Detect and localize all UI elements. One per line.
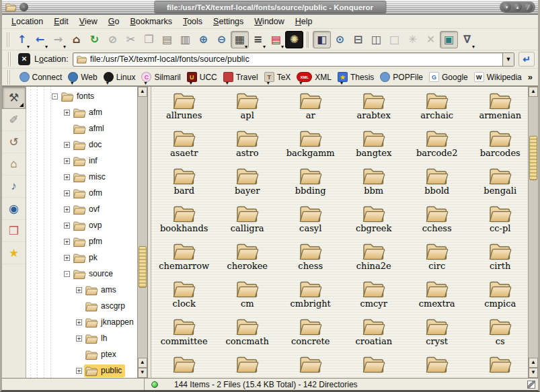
toolbar-grip[interactable] xyxy=(8,52,11,67)
scroll-up-button[interactable]: ▲ xyxy=(138,358,147,368)
print-button[interactable]: ▥ ▾ xyxy=(176,31,194,48)
bookmark-linux[interactable]: Linux ▾ xyxy=(104,72,136,82)
menu-item[interactable]: Tools xyxy=(178,15,208,28)
home-directory-button[interactable]: ⌂ xyxy=(2,153,26,175)
folder-item[interactable]: committee xyxy=(153,315,216,353)
scrollbar-thumb[interactable] xyxy=(139,246,147,288)
up-button[interactable]: ↑ ▾ xyxy=(13,31,31,48)
bookmark-wikipedia[interactable]: W Wikipedia ▾ xyxy=(474,72,522,82)
tree-item-pk[interactable]: + pk xyxy=(26,249,137,266)
folder-item[interactable]: bayer xyxy=(216,165,279,202)
tree-item-pfm[interactable]: + pfm xyxy=(26,233,137,249)
expander-toggle[interactable]: + xyxy=(76,336,82,342)
location-dropdown-button[interactable]: ▼ xyxy=(502,53,514,66)
folder-item[interactable]: barcodes xyxy=(469,127,528,165)
menu-item[interactable]: Go xyxy=(103,15,125,28)
folder-item[interactable]: cs xyxy=(469,315,528,353)
scroll-up-button[interactable]: ▲ xyxy=(138,87,147,97)
bookmark-popfile[interactable]: POPFile ▾ xyxy=(380,72,423,82)
folder-item[interactable]: cmcyr xyxy=(342,278,406,315)
scroll-up-button[interactable]: ▲ xyxy=(529,358,538,368)
scrollbar-track[interactable] xyxy=(138,97,147,358)
tree-item-misc[interactable]: + misc xyxy=(26,169,137,185)
preview-button[interactable]: ▣ ▾ xyxy=(440,31,458,48)
folder-item[interactable]: archaic xyxy=(406,89,469,127)
menu-item[interactable]: Window xyxy=(249,15,289,28)
pin-button[interactable]: ◦ xyxy=(20,3,28,11)
folder-item[interactable]: bard xyxy=(153,165,216,202)
folder-item[interactable]: cmpica xyxy=(469,278,528,315)
menu-item[interactable]: Bookmarks xyxy=(124,15,178,28)
folder-item[interactable]: astro xyxy=(216,127,279,165)
tree-item-lh[interactable]: + lh xyxy=(26,330,137,346)
tree-item-source[interactable]: - source xyxy=(26,266,137,282)
folder-item[interactable]: allrunes xyxy=(153,89,216,127)
clear-location-button[interactable]: ✕ xyxy=(18,53,30,65)
tree-item-ascgrp[interactable]: ascgrp xyxy=(26,298,137,314)
icon-view-button[interactable]: ▦ ▾ xyxy=(231,31,249,48)
remove-active-view-button[interactable]: □ ▾ xyxy=(385,31,403,48)
folder-item[interactable] xyxy=(279,353,342,378)
folder-item[interactable]: casyl xyxy=(279,202,342,240)
zoom-in-button[interactable]: ⊕ ▾ xyxy=(194,31,213,48)
scroll-up-button[interactable]: ▲ xyxy=(529,87,538,97)
folder-item[interactable]: arabtex xyxy=(342,89,406,127)
bookmark-silmaril[interactable]: C Silmaril ▾ xyxy=(141,72,180,82)
tree-item-ams[interactable]: + ams xyxy=(26,282,137,298)
folder-item[interactable]: concmath xyxy=(216,315,279,353)
expander-toggle[interactable]: + xyxy=(64,255,70,261)
go-button[interactable]: ↵ xyxy=(518,52,535,67)
bookmark-xml[interactable]: XML XML ▾ xyxy=(297,72,332,82)
expander-toggle[interactable]: + xyxy=(64,174,70,180)
bookmarks-overflow-button[interactable]: » xyxy=(528,72,535,82)
folder-item[interactable] xyxy=(469,353,528,378)
menu-item[interactable]: View xyxy=(74,15,103,28)
home-button[interactable]: ⌂ ▾ xyxy=(67,31,85,48)
tree-item-jknappen[interactable]: + jknappen xyxy=(26,314,137,330)
folder-item[interactable]: croatian xyxy=(342,315,406,353)
folder-item[interactable]: backgamm xyxy=(279,127,342,165)
expander-toggle[interactable]: + xyxy=(64,158,70,164)
tree-item-ovf[interactable]: + ovf xyxy=(26,201,137,217)
folder-item[interactable]: barcode2 xyxy=(406,127,469,165)
folder-item[interactable]: circ xyxy=(406,240,469,278)
toolbar-grip[interactable] xyxy=(7,70,11,85)
folder-item[interactable]: cbgreek xyxy=(342,202,406,240)
expander-toggle[interactable]: + xyxy=(64,223,70,229)
bookmark-ucc[interactable]: U UCC ▾ xyxy=(187,72,217,82)
bookmark-tex[interactable]: T TeX ▾ xyxy=(264,72,291,82)
minimize-button[interactable]: ▾ xyxy=(502,3,511,11)
gear-button[interactable]: ✺ ▾ xyxy=(285,31,303,48)
folder-item[interactable] xyxy=(342,353,406,378)
app-folder-icon[interactable] xyxy=(5,2,17,12)
folder-item[interactable]: armenian xyxy=(469,89,528,127)
bookmark-thesis[interactable]: ★ Thesis ▾ xyxy=(338,72,374,82)
scrollbar-thumb[interactable] xyxy=(529,136,537,180)
tree-item-afml[interactable]: afml xyxy=(26,120,137,136)
menu-item[interactable]: Location xyxy=(6,15,48,28)
find-button[interactable]: ⊙ ▾ xyxy=(331,31,349,48)
folder-item[interactable]: cirth xyxy=(469,240,528,278)
expander-toggle[interactable]: + xyxy=(76,319,82,325)
tree-item-ovp[interactable]: + ovp xyxy=(26,217,137,233)
folder-item[interactable]: chess xyxy=(279,240,342,278)
configure-panel-button[interactable]: ⚒ xyxy=(2,87,26,109)
bricks-view-button[interactable]: ▤ ▾ xyxy=(267,31,285,48)
history-button[interactable]: ↺ xyxy=(2,131,26,153)
show-navigation-panel-button[interactable]: ◧ ▾ xyxy=(313,31,331,48)
bookmark-web[interactable]: Web ▾ xyxy=(68,72,97,82)
folder-item[interactable]: calligra xyxy=(216,202,279,240)
split-view-left-right-button[interactable]: ◫ ▾ xyxy=(367,31,385,48)
expander-toggle[interactable]: + xyxy=(64,142,70,148)
new-tab-button[interactable]: ✳ ▾ xyxy=(403,31,422,48)
scrollbar-track[interactable] xyxy=(529,97,538,358)
expander-toggle[interactable]: + xyxy=(76,287,82,293)
tree-scrollbar[interactable]: ▲ ▲ ▼ xyxy=(137,87,147,378)
bookmark-google[interactable]: G Google ▾ xyxy=(429,72,468,82)
menu-item[interactable]: Edit xyxy=(48,15,74,28)
close-button[interactable]: ╱ xyxy=(524,3,533,11)
folder-item[interactable]: cmbright xyxy=(279,278,342,315)
back-button[interactable]: ← ▾ xyxy=(31,31,49,48)
folder-item[interactable]: bbding xyxy=(279,165,342,202)
expander-toggle[interactable]: + xyxy=(64,190,70,196)
